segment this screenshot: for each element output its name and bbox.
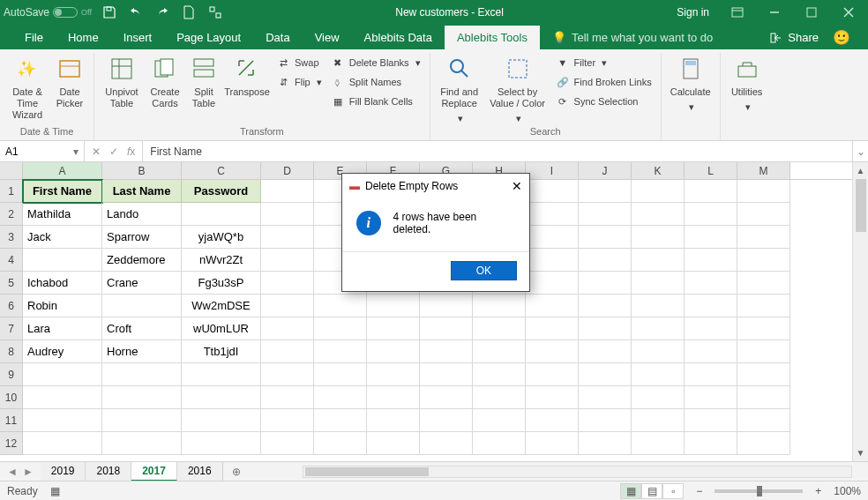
delete-blanks-button[interactable]: ✖Delete Blanks▾ xyxy=(327,53,424,72)
cell[interactable] xyxy=(632,432,685,455)
sheet-tab[interactable]: 2016 xyxy=(177,462,223,481)
cell[interactable]: nWvr2Zt xyxy=(182,249,261,272)
close-icon[interactable]: ✕ xyxy=(512,179,522,193)
cell[interactable] xyxy=(367,432,420,455)
cell[interactable] xyxy=(261,363,314,386)
sheet-nav-next-icon[interactable]: ► xyxy=(23,466,34,478)
zoom-slider[interactable] xyxy=(715,489,803,493)
cell[interactable] xyxy=(473,295,526,317)
cell[interactable] xyxy=(23,432,102,455)
cell[interactable] xyxy=(632,340,685,363)
autosave-toggle[interactable]: AutoSave Off xyxy=(4,6,92,19)
split-table-button[interactable]: Split Table xyxy=(186,53,221,109)
row-header[interactable]: 6 xyxy=(0,295,23,317)
column-header[interactable]: J xyxy=(579,162,632,179)
cell[interactable] xyxy=(632,203,685,226)
normal-view-button[interactable]: ▦ xyxy=(620,483,641,499)
cell[interactable] xyxy=(261,295,314,317)
cell[interactable] xyxy=(314,295,367,317)
tab-insert[interactable]: Insert xyxy=(111,26,165,49)
cell[interactable] xyxy=(367,317,420,340)
column-header[interactable]: L xyxy=(685,162,737,179)
cell[interactable] xyxy=(579,386,632,409)
cell[interactable] xyxy=(579,203,632,226)
ribbon-display-options-icon[interactable] xyxy=(722,0,753,25)
cell[interactable] xyxy=(182,363,261,386)
cell[interactable] xyxy=(579,295,632,317)
row-header[interactable]: 1 xyxy=(0,180,23,203)
cell[interactable] xyxy=(685,340,737,363)
sheet-tab[interactable]: 2018 xyxy=(86,462,131,481)
cell[interactable] xyxy=(102,295,182,317)
cell[interactable] xyxy=(473,409,526,432)
zoom-in-button[interactable]: + xyxy=(812,485,825,497)
name-box[interactable]: A1 ▾ xyxy=(0,141,85,161)
cell[interactable] xyxy=(182,409,261,432)
cell[interactable]: Crane xyxy=(102,272,182,295)
row-header[interactable]: 10 xyxy=(0,386,23,409)
cell[interactable] xyxy=(737,272,790,295)
cell[interactable] xyxy=(102,363,182,386)
cell[interactable]: wU0mLUR xyxy=(182,317,261,340)
cell[interactable] xyxy=(526,295,579,317)
column-header[interactable]: I xyxy=(526,162,579,179)
cell[interactable] xyxy=(367,295,420,317)
cell[interactable]: Fg3u3sP xyxy=(182,272,261,295)
scroll-down-icon[interactable]: ▼ xyxy=(857,448,865,458)
cell[interactable] xyxy=(737,203,790,226)
scroll-thumb[interactable] xyxy=(305,467,429,476)
new-file-icon[interactable] xyxy=(182,5,196,19)
column-header[interactable]: D xyxy=(261,162,314,179)
cell[interactable] xyxy=(182,203,261,226)
cell[interactable]: Audrey xyxy=(23,340,102,363)
date-time-wizard-button[interactable]: ✨ Date & Time Wizard xyxy=(5,53,49,121)
cell[interactable] xyxy=(685,317,737,340)
cell[interactable] xyxy=(685,272,737,295)
cell[interactable] xyxy=(420,363,473,386)
cell[interactable] xyxy=(261,340,314,363)
cell[interactable] xyxy=(632,226,685,249)
cell[interactable] xyxy=(737,295,790,317)
cell[interactable] xyxy=(685,295,737,317)
cell[interactable] xyxy=(23,249,102,272)
close-button[interactable] xyxy=(833,0,864,25)
tab-ablebits-tools[interactable]: Ablebits Tools xyxy=(445,26,540,49)
row-header[interactable]: 7 xyxy=(0,317,23,340)
cell[interactable] xyxy=(737,432,790,455)
cell[interactable] xyxy=(632,386,685,409)
cell[interactable] xyxy=(737,317,790,340)
expand-formula-bar-icon[interactable]: ⌄ xyxy=(852,141,868,161)
cell[interactable] xyxy=(473,363,526,386)
cell[interactable] xyxy=(632,295,685,317)
cell[interactable] xyxy=(632,272,685,295)
filter-button[interactable]: ▼Filter▾ xyxy=(552,53,655,72)
cell[interactable] xyxy=(685,363,737,386)
cell[interactable] xyxy=(579,363,632,386)
cell[interactable] xyxy=(261,432,314,455)
cell[interactable] xyxy=(420,295,473,317)
row-header[interactable]: 5 xyxy=(0,272,23,295)
cell[interactable] xyxy=(23,386,102,409)
cell[interactable]: Password xyxy=(182,180,261,203)
row-header[interactable]: 2 xyxy=(0,203,23,226)
cell[interactable]: Sparrow xyxy=(102,226,182,249)
tab-data[interactable]: Data xyxy=(253,26,302,49)
cell[interactable]: Zeddemore xyxy=(102,249,182,272)
find-broken-links-button[interactable]: 🔗Find Broken Links xyxy=(552,72,655,92)
flip-button[interactable]: ⇵Flip▾ xyxy=(273,72,326,92)
sheet-nav-prev-icon[interactable]: ◄ xyxy=(7,466,18,478)
sync-selection-button[interactable]: ⟳Sync Selection xyxy=(552,92,655,111)
create-cards-button[interactable]: Create Cards xyxy=(146,53,184,109)
cell[interactable] xyxy=(526,226,579,249)
cell[interactable]: Lara xyxy=(23,317,102,340)
cell[interactable] xyxy=(473,432,526,455)
select-by-button[interactable]: Select by Value / Color▾ xyxy=(485,53,550,124)
date-picker-button[interactable]: Date Picker xyxy=(51,53,88,109)
cell[interactable] xyxy=(737,340,790,363)
cell[interactable] xyxy=(579,409,632,432)
smiley-icon[interactable]: 🙂 xyxy=(833,29,850,46)
cell[interactable] xyxy=(632,409,685,432)
cell[interactable] xyxy=(473,386,526,409)
column-header[interactable]: A xyxy=(23,162,102,179)
touch-mode-icon[interactable] xyxy=(208,5,222,19)
